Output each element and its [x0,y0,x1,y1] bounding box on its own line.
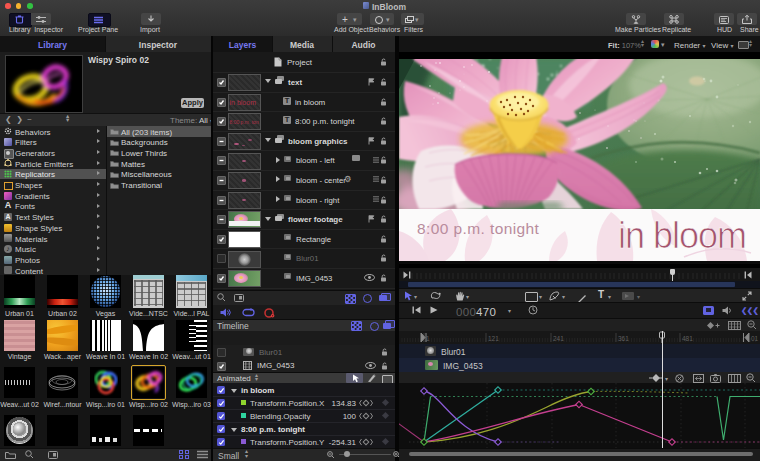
svg-text:in bloom: in bloom [618,215,746,256]
svg-text:481: 481 [682,335,693,342]
svg-text:8:00 p.m. tonight: 8:00 p.m. tonight [417,220,540,237]
svg-text:1: 1 [426,335,430,342]
svg-text:121: 121 [488,335,499,342]
svg-text:241: 241 [553,335,564,342]
svg-text:01: 01 [751,335,759,342]
svg-text:361: 361 [618,335,629,342]
